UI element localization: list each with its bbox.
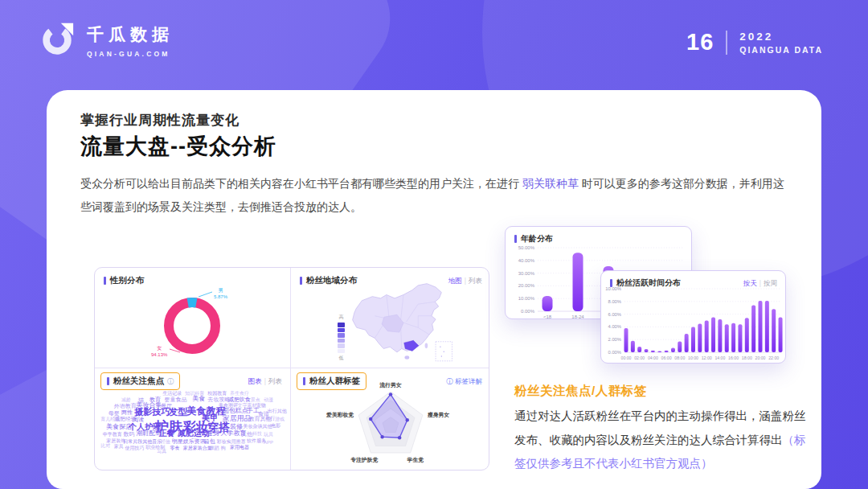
- wordcloud-word: 数码: [123, 431, 134, 437]
- toggle-chart[interactable]: 图表: [248, 377, 262, 385]
- intro-text-1: 受众分析可以给出目前品类下的相关内容在小红书平台都有哪些类型的用户关注，在进行: [80, 177, 522, 190]
- svg-text:10.00%: 10.00%: [605, 286, 621, 291]
- radar-axis-label: 专注护肤党: [350, 457, 378, 463]
- fan-focus-title-text: 粉丝关注焦点: [113, 376, 164, 387]
- brand-name-cn: 千瓜数据: [87, 23, 174, 46]
- wordcloud-word: 母婴: [108, 410, 120, 416]
- female-value: 94.13%: [151, 352, 167, 359]
- wordcloud-word: 其他: [241, 431, 252, 437]
- title-marker: [303, 377, 305, 385]
- brand-name-en: QIAN-GUA.COM: [87, 50, 174, 58]
- keyword-wordcloud: 生活记录知识科普校园教育养生食疗减龄猫教育婴童食品美食去妆攻略减肥饮食景点动漫外…: [99, 389, 286, 470]
- bar-17:00: [738, 324, 742, 352]
- bar-18-24: [573, 253, 583, 311]
- wordcloud-word: 校园教育: [207, 391, 227, 396]
- svg-text:10.00%: 10.00%: [518, 296, 535, 301]
- title-marker: [107, 377, 109, 385]
- wordcloud-word: 美妆杂谈其他: [243, 424, 272, 429]
- title-marker: [300, 277, 302, 285]
- bar-00:00: [624, 328, 628, 352]
- bar-06:00: [665, 351, 669, 352]
- radar-axis-label: 流行男女: [379, 382, 401, 388]
- wordcloud-word: 经验: [161, 439, 170, 444]
- wordcloud-word: 减龄: [121, 397, 131, 402]
- intro-keyword-link[interactable]: 弱关联种草: [522, 177, 579, 190]
- gender-distribution-panel: 性别分布 男 5.87% 女 94.13%: [95, 268, 290, 368]
- radar-axis-label: 爱美彩妆党: [326, 411, 354, 418]
- fan-focus-title-highlight: 粉丝关注焦点 ⓘ: [100, 372, 180, 390]
- svg-text:18:00: 18:00: [742, 355, 752, 360]
- focus-view-toggle[interactable]: 图表|列表: [248, 377, 282, 387]
- wordcloud-word: 出行其他: [268, 409, 287, 413]
- header-brand: QIANGUA DATA: [739, 45, 823, 55]
- active_time-bars-svg: 0.00%2.00%4.00%6.00%8.00%10.00%00:0002:0…: [601, 271, 785, 363]
- header-divider: [726, 31, 727, 55]
- wordcloud-word: 科技: [252, 431, 262, 436]
- wordcloud-word: 美食: [193, 396, 206, 402]
- bar-08:00: [678, 342, 682, 352]
- male-value: 5.87%: [214, 294, 227, 301]
- wordcloud-word: APP: [264, 440, 273, 445]
- wordcloud-word: 婴童食品: [165, 397, 187, 402]
- toggle-separator: |: [264, 377, 266, 385]
- bar-04:00: [651, 351, 655, 352]
- wordcloud-word: 写真: [157, 449, 166, 454]
- svg-text:02:00: 02:00: [634, 355, 645, 360]
- radar-svg: 流行男女瘦身男女学生党专注护肤党爱美彩妆党: [310, 376, 471, 471]
- male-label: 男: [214, 288, 227, 294]
- bar-23:00: [779, 318, 783, 352]
- brand-name: 千瓜数据 QIAN-GUA.COM: [87, 23, 174, 58]
- wordcloud-word: 明星娱乐资讯: [172, 438, 206, 444]
- bar-14:00: [718, 319, 722, 352]
- svg-text:06:00: 06:00: [661, 355, 672, 360]
- slide-card: 掌握行业周期性流量变化 流量大盘--受众分析 受众分析可以给出目前品类下的相关内…: [47, 90, 821, 489]
- svg-text:22:00: 22:00: [768, 355, 779, 360]
- bar-18:00: [745, 318, 749, 352]
- svg-text:12:00: 12:00: [702, 355, 712, 360]
- wordcloud-word: 家具: [114, 444, 124, 449]
- header-brand-block: 2022 QIANGUA DATA: [739, 31, 823, 55]
- bar-21:00: [765, 301, 769, 352]
- svg-text:00:00: 00:00: [621, 355, 632, 360]
- wordcloud-word: 日常片段其他音乐: [123, 439, 162, 444]
- wordcloud-word: 面包糕点: [223, 408, 248, 414]
- bar-09:00: [685, 334, 689, 352]
- slide-subtitle: 掌握行业周期性流量变化: [80, 111, 240, 129]
- active-time-bar-chart: 0.00%2.00%4.00%6.00%8.00%10.00%00:0002:0…: [601, 271, 785, 363]
- female-slice-label: 女 94.13%: [151, 346, 167, 358]
- svg-text:10:00: 10:00: [688, 355, 698, 360]
- wordcloud-word: 使用技巧: [125, 446, 145, 450]
- wordcloud-word: 箱包: [203, 438, 215, 444]
- china-map: [342, 281, 465, 363]
- svg-text:40.00%: 40.00%: [518, 258, 535, 263]
- svg-text:14:00: 14:00: [714, 355, 725, 360]
- note-heading: 粉丝关注焦点/人群标签: [514, 383, 809, 400]
- donut-leader-lines: [95, 268, 290, 368]
- wordcloud-word: 彩妆实用推荐: [217, 439, 246, 444]
- male-slice-label: 男 5.87%: [214, 288, 227, 300]
- bar-19:00: [751, 306, 755, 352]
- bar-15:00: [725, 324, 729, 352]
- page-title: 流量大盘--受众分析: [80, 132, 276, 161]
- svg-text:18-24: 18-24: [571, 314, 584, 318]
- wordcloud-word: 发型: [168, 407, 187, 417]
- hainan-island: [404, 355, 409, 359]
- svg-text:0.00%: 0.00%: [608, 350, 621, 355]
- svg-text:4.00%: 4.00%: [608, 324, 621, 329]
- bar-11:00: [698, 323, 702, 352]
- toggle-list[interactable]: 列表: [469, 277, 482, 285]
- wordcloud-word: 养生食疗: [230, 391, 249, 396]
- audience-radar-chart: 流行男女瘦身男女学生党专注护肤党爱美彩妆党: [310, 376, 471, 471]
- wordcloud-word: 生活记录: [162, 391, 182, 396]
- dashboard-panel: 性别分布 男 5.87% 女 94.13% 粉丝地域分布 地图|: [94, 267, 489, 471]
- wordcloud-word: 比对: [100, 443, 110, 448]
- wordcloud-word: 两性: [121, 409, 133, 415]
- svg-text:6.00%: 6.00%: [608, 312, 621, 317]
- toggle-list[interactable]: 列表: [268, 377, 282, 385]
- wordcloud-word: 正餐: [159, 429, 175, 438]
- info-icon[interactable]: ⓘ: [167, 377, 174, 386]
- wordcloud-word: 游戏: [275, 417, 285, 421]
- svg-text:2.00%: 2.00%: [608, 337, 621, 342]
- wordcloud-word: 去妆攻略: [207, 397, 230, 402]
- bar-01:00: [631, 341, 635, 352]
